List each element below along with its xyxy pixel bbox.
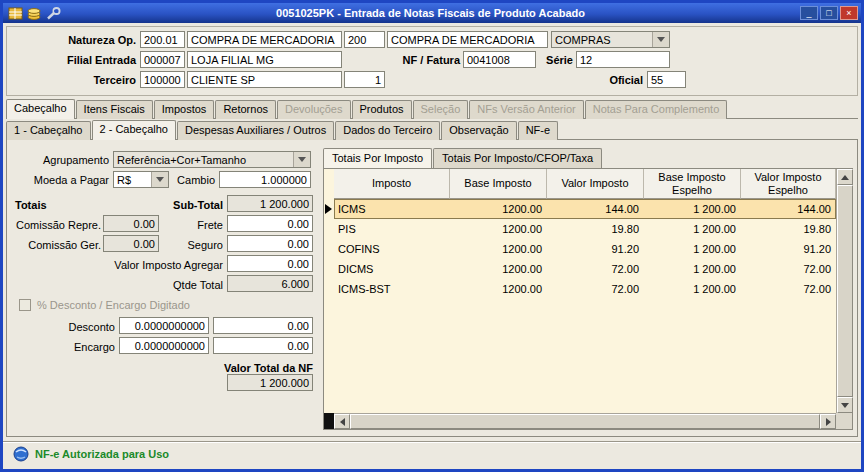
frete-field[interactable]: 0.00 xyxy=(227,215,313,232)
oficial-field[interactable]: 55 xyxy=(647,71,686,88)
encargo-pct-field[interactable]: 0.0000000000 xyxy=(119,337,209,354)
tab-cabecalho[interactable]: Cabeçalho xyxy=(6,99,75,119)
cell-base-espelho: 1 200.00 xyxy=(644,203,741,215)
cell-valor: 144.00 xyxy=(547,203,644,215)
cell-valor: 91.20 xyxy=(547,243,644,255)
moeda-combo[interactable]: R$ xyxy=(113,171,169,188)
window-title: 0051025PK - Entrada de Notas Fiscais de … xyxy=(61,7,800,19)
column-header-base-imposto-espelho[interactable]: Base Imposto Espelho xyxy=(644,169,741,199)
natureza-op-desc-field[interactable]: COMPRA DE MERCADORIA xyxy=(187,31,342,48)
tab-nfe[interactable]: NF-e xyxy=(518,121,558,140)
scroll-down-button[interactable] xyxy=(837,397,853,413)
filial-code-field[interactable]: 000007 xyxy=(140,51,185,68)
cell-base: 1200.00 xyxy=(450,283,547,295)
column-header-base-imposto[interactable]: Base Imposto xyxy=(450,169,547,199)
natureza-op-code-field[interactable]: 200.01 xyxy=(140,31,185,48)
cell-imposto: PIS xyxy=(334,223,450,235)
filial-desc-field[interactable]: LOJA FILIAL MG xyxy=(187,51,342,68)
agrupamento-value: Referência+Cor+Tamanho xyxy=(117,154,246,166)
status-message: NF-e Autorizada para Uso xyxy=(35,448,169,460)
tab-totais-por-imposto[interactable]: Totais Por Imposto xyxy=(323,148,432,168)
tab-notas-para-complemento: Notas Para Complemento xyxy=(585,100,728,119)
tab-produtos[interactable]: Produtos xyxy=(352,100,412,119)
table-row-cofins[interactable]: COFINS 1200.00 91.20 1 200.00 91.20 xyxy=(334,239,836,259)
grid-tab-bar: Totais Por Imposto Totais Por Imposto/CF… xyxy=(323,148,603,168)
minimize-button[interactable]: _ xyxy=(800,6,818,20)
cell-base: 1200.00 xyxy=(450,263,547,275)
chevron-down-icon xyxy=(652,32,669,47)
tab-retornos[interactable]: Retornos xyxy=(215,100,276,119)
frete-label: Frete xyxy=(157,217,223,234)
coins-icon[interactable] xyxy=(27,7,42,20)
scroll-right-button[interactable] xyxy=(820,414,836,429)
vertical-scroll-thumb[interactable] xyxy=(837,185,853,397)
tab-1-cabecalho[interactable]: 1 - Cabeçalho xyxy=(6,121,91,140)
table-row-icms-bst[interactable]: ICMS-BST 1200.00 72.00 1 200.00 72.00 xyxy=(334,279,836,299)
tab-devolucoes: Devoluções xyxy=(277,100,350,119)
terceiro-code-field[interactable]: 100000 xyxy=(140,71,185,88)
cell-valor: 19.80 xyxy=(547,223,644,235)
main-tab-bar: Cabeçalho Itens Fiscais Impostos Retorno… xyxy=(6,99,728,119)
cell-imposto: ICMS-BST xyxy=(334,283,450,295)
column-header-valor-imposto[interactable]: Valor Imposto xyxy=(547,169,644,199)
encargo-valor-field[interactable]: 0.00 xyxy=(213,337,313,354)
agrupamento-label: Agrupamento xyxy=(35,152,109,169)
desconto-pct-field[interactable]: 0.0000000000 xyxy=(119,317,209,334)
valor-imposto-agregar-field[interactable]: 0.00 xyxy=(227,255,313,272)
table-row-icms[interactable]: ICMS 1200.00 144.00 1 200.00 144.00 xyxy=(334,199,836,219)
tab-itens-fiscais[interactable]: Itens Fiscais xyxy=(76,100,153,119)
valor-total-nf-field: 1 200.000 xyxy=(227,374,313,391)
maximize-button[interactable]: □ xyxy=(820,6,838,20)
horizontal-scroll-thumb[interactable] xyxy=(350,414,820,429)
desconto-encargo-checkbox xyxy=(19,299,31,311)
vertical-scrollbar[interactable] xyxy=(836,169,852,413)
title-bar[interactable]: 0051025PK - Entrada de Notas Fiscais de … xyxy=(3,3,861,23)
column-header-imposto[interactable]: Imposto xyxy=(334,169,450,199)
encargo-label: Encargo xyxy=(31,339,115,356)
comissao-repre-field: 0.00 xyxy=(103,215,159,232)
scrollbar-corner xyxy=(836,413,852,429)
column-header-valor-imposto-espelho[interactable]: Valor Imposto Espelho xyxy=(741,169,836,199)
horizontal-scrollbar[interactable] xyxy=(334,413,836,429)
terceiro-desc-field[interactable]: CLIENTE SP xyxy=(187,71,342,88)
nfe-globe-icon xyxy=(13,446,29,462)
grid-icon[interactable] xyxy=(8,7,23,20)
grid-position-marker xyxy=(324,413,334,429)
cell-imposto: DICMS xyxy=(334,263,450,275)
tab-observacao[interactable]: Observação xyxy=(441,121,516,140)
seguro-label: Seguro xyxy=(157,237,223,254)
natureza-op-desc2-field[interactable]: COMPRA DE MERCADORIA xyxy=(387,31,548,48)
terceiro-num-field[interactable]: 1 xyxy=(344,71,385,88)
scroll-left-button[interactable] xyxy=(334,414,350,429)
cell-imposto: COFINS xyxy=(334,243,450,255)
cell-valor-espelho: 19.80 xyxy=(741,223,836,235)
cambio-field[interactable]: 1.000000 xyxy=(219,171,311,188)
tab-dados-do-terceiro[interactable]: Dados do Terceiro xyxy=(335,121,440,140)
nf-fatura-field[interactable]: 0041008 xyxy=(463,51,536,68)
tab-impostos[interactable]: Impostos xyxy=(154,100,215,119)
wrench-icon[interactable] xyxy=(46,7,61,20)
natureza-op-label: Natureza Op. xyxy=(9,32,136,49)
qtde-total-field: 6.000 xyxy=(227,275,313,292)
comissao-ger-label: Comissão Ger. xyxy=(11,237,101,254)
tab-selecao: Seleção xyxy=(413,100,469,119)
close-button[interactable]: × xyxy=(840,6,858,20)
tab-2-cabecalho[interactable]: 2 - Cabeçalho xyxy=(92,120,177,140)
seguro-field[interactable]: 0.00 xyxy=(227,235,313,252)
serie-field[interactable]: 12 xyxy=(576,51,670,68)
cell-valor: 72.00 xyxy=(547,283,644,295)
scroll-up-button[interactable] xyxy=(837,169,853,185)
cell-base: 1200.00 xyxy=(450,203,547,215)
desconto-label: Desconto xyxy=(31,319,115,336)
valor-imposto-agregar-label: Valor Imposto Agregar xyxy=(37,257,223,274)
cell-base: 1200.00 xyxy=(450,243,547,255)
nf-fatura-label: NF / Fatura xyxy=(375,52,460,69)
desconto-valor-field[interactable]: 0.00 xyxy=(213,317,313,334)
table-row-dicms[interactable]: DICMS 1200.00 72.00 1 200.00 72.00 xyxy=(334,259,836,279)
totais-label: Totais xyxy=(15,197,75,214)
tab-totais-por-imposto-cfop-taxa[interactable]: Totais Por Imposto/CFOP/Taxa xyxy=(433,148,602,168)
natureza-op-code2-field[interactable]: 200 xyxy=(344,31,385,48)
table-row-pis[interactable]: PIS 1200.00 19.80 1 200.00 19.80 xyxy=(334,219,836,239)
cell-base-espelho: 1 200.00 xyxy=(644,283,741,295)
tab-despesas-auxiliares[interactable]: Despesas Auxiliares / Outros xyxy=(177,121,334,140)
